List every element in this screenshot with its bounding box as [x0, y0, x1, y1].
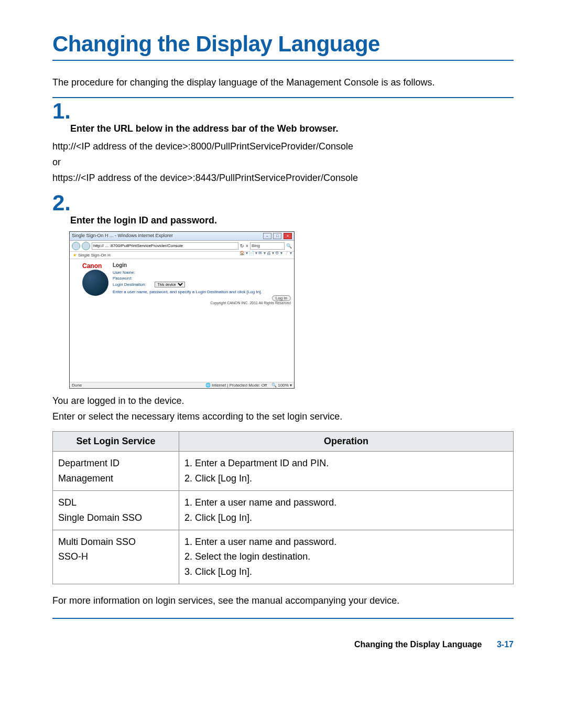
- step-2-after1: You are logged in to the device.: [52, 394, 514, 409]
- page-footer: Changing the Display Language 3-17: [52, 640, 514, 649]
- address-bar-row: ↻ × Bing 🔍: [70, 241, 294, 252]
- login-heading: Login: [113, 262, 291, 268]
- step-1: 1. Enter the URL below in the address ba…: [52, 100, 514, 186]
- step-1-url-https: https://<IP address of the device>:8443/…: [52, 171, 514, 186]
- step-1-or: or: [52, 155, 514, 170]
- service-cell: Multi Domain SSO: [58, 534, 173, 550]
- step-number-2: 2.: [52, 192, 514, 214]
- login-area: Canon Login User Name: Password: Login D…: [70, 259, 294, 305]
- window-title: Single Sign-On H ... - Windows Internet …: [72, 233, 173, 239]
- zoom-icon: 🔍: [271, 383, 277, 388]
- op-cell: 2. Click [Log In].: [184, 471, 508, 486]
- globe-icon: 🌐: [205, 383, 211, 388]
- op-cell: 2. Click [Log In].: [184, 510, 508, 526]
- status-zoom: 100%: [278, 383, 288, 388]
- device-image: [82, 270, 108, 296]
- step-1-body: http://<IP address of the device>:8000/P…: [52, 140, 514, 186]
- login-hint: Enter a user name, password, and specify…: [113, 290, 291, 294]
- table-row: Department ID Management 1. Enter a Depa…: [53, 452, 514, 491]
- op-cell: 3. Click [Log In].: [184, 564, 508, 580]
- close-icon: ×: [284, 233, 292, 239]
- brand-column: Canon: [82, 262, 108, 305]
- heading-rule: [52, 60, 514, 61]
- refresh-icon: ↻: [240, 243, 244, 249]
- address-bar: [92, 242, 238, 250]
- page-title: Changing the Display Language: [52, 31, 514, 57]
- footer-title: Changing the Display Language: [354, 640, 482, 649]
- username-label: User Name:: [113, 270, 154, 275]
- login-service-table-wrap: Set Login Service Operation Department I…: [52, 431, 514, 584]
- footer-page: 3-17: [497, 640, 514, 649]
- window-buttons: – □ ×: [263, 233, 292, 239]
- service-cell: Department ID Management: [58, 456, 173, 486]
- step-2-after2: Enter or select the necessary items acco…: [52, 410, 514, 424]
- login-service-table: Set Login Service Operation Department I…: [52, 431, 514, 584]
- step-2-title: Enter the login ID and password.: [70, 215, 514, 226]
- fav-label: Single Sign-On H: [78, 253, 111, 258]
- step-1-url-http: http://<IP address of the device>:8000/P…: [52, 140, 514, 154]
- ie-titlebar: Single Sign-On H ... - Windows Internet …: [70, 232, 294, 241]
- dest-label: Login Destination:: [113, 282, 154, 287]
- step-1-title: Enter the URL below in the address bar o…: [70, 123, 514, 134]
- service-cell: Single Domain SSO: [58, 510, 173, 526]
- service-cell: SSO-H: [58, 549, 173, 564]
- dest-select: This device: [155, 282, 185, 287]
- closing-text: For more information on login services, …: [52, 594, 514, 608]
- th-operation: Operation: [179, 432, 514, 452]
- step-number-1: 1.: [52, 100, 514, 122]
- maximize-icon: □: [273, 233, 281, 239]
- login-screenshot: Single Sign-On H ... - Windows Internet …: [69, 231, 295, 389]
- password-label: Password:: [113, 276, 154, 281]
- service-cell: SDL: [58, 495, 173, 510]
- ie-toolbar-icons: 🏠 ▾ 📄 ▾ ✉ ▾ 🖨 ▾ ⚙ ▾ ❔ ▾: [240, 251, 292, 255]
- minimize-icon: –: [263, 233, 271, 239]
- table-row: Multi Domain SSO SSO-H 1. Enter a user n…: [53, 530, 514, 584]
- login-button: Log In: [272, 295, 291, 301]
- canon-logo: Canon: [82, 262, 108, 270]
- document-page: Changing the Display Language The proced…: [0, 0, 566, 670]
- back-icon: [72, 242, 80, 250]
- search-icon: 🔍: [286, 243, 292, 249]
- status-zone: Internet | Protected Mode: Off: [212, 383, 267, 388]
- op-cell: 1. Enter a user name and password.: [184, 495, 508, 510]
- op-cell: 1. Enter a user name and password.: [184, 534, 508, 550]
- login-form: Login User Name: Password: Login Destina…: [113, 262, 291, 305]
- step-2-body: You are logged in to the device. Enter o…: [52, 394, 514, 424]
- status-done: Done: [72, 383, 82, 388]
- stop-icon: ×: [246, 243, 248, 249]
- th-service: Set Login Service: [53, 432, 179, 452]
- status-bar: Done 🌐 Internet | Protected Mode: Off 🔍 …: [70, 382, 294, 388]
- copyright: Copyright CANON INC. 2011 All Rights Res…: [113, 301, 291, 305]
- table-row: SDL Single Domain SSO 1. Enter a user na…: [53, 491, 514, 530]
- step-2: 2. Enter the login ID and password. Sing…: [52, 192, 514, 608]
- section-divider-bottom: [52, 618, 514, 619]
- op-cell: 1. Enter a Department ID and PIN.: [184, 456, 508, 471]
- search-box: Bing: [250, 242, 285, 250]
- star-icon: ★: [73, 253, 77, 258]
- intro-text: The procedure for changing the display l…: [52, 76, 514, 90]
- section-divider: [52, 97, 514, 98]
- op-cell: 2. Select the login destination.: [184, 549, 508, 564]
- forward-icon: [82, 242, 90, 250]
